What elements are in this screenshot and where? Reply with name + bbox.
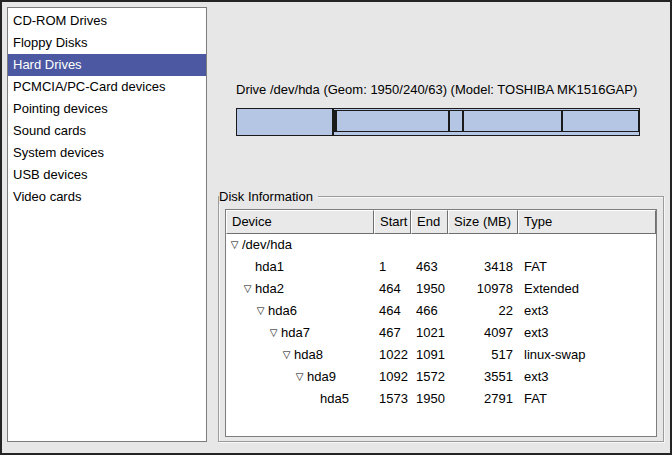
table-row[interactable]: ▽ hda2 464 1950 10978 Extended — [226, 278, 656, 300]
size-value: 22 — [448, 300, 518, 322]
end-value: 463 — [411, 256, 448, 278]
device-name: hda8 — [293, 344, 323, 366]
type-value: FAT — [518, 256, 656, 278]
start-value: 1092 — [374, 366, 411, 388]
end-value: 1021 — [411, 322, 448, 344]
size-value: 2791 — [448, 388, 518, 410]
sidebar-item-cdrom-drives[interactable]: CD-ROM Drives — [8, 10, 206, 32]
table-row[interactable]: ▽ hda6 464 466 22 ext3 — [226, 300, 656, 322]
column-header-start[interactable]: Start — [374, 210, 411, 234]
sidebar-item-video-cards[interactable]: Video cards — [8, 186, 206, 208]
table-row[interactable]: hda1 1 463 3418 FAT — [226, 256, 656, 278]
start-value: 1 — [374, 256, 411, 278]
start-value: 1022 — [374, 344, 411, 366]
type-value: ext3 — [518, 300, 656, 322]
tree-expander-icon[interactable]: ▽ — [267, 322, 280, 344]
start-value: 467 — [374, 322, 411, 344]
sidebar-item-floppy-disks[interactable]: Floppy Disks — [8, 32, 206, 54]
size-value — [448, 234, 518, 256]
tree-expander-icon[interactable]: ▽ — [280, 344, 293, 366]
disk-information-frame: Disk Information Device Start End Size (… — [218, 196, 664, 442]
partition-divider-hda8 — [462, 111, 464, 131]
device-name: hda1 — [254, 256, 284, 278]
column-header-size[interactable]: Size (MB) — [448, 210, 518, 234]
sidebar-item-sound-cards[interactable]: Sound cards — [8, 120, 206, 142]
partition-extended-hda2 — [334, 110, 639, 132]
tree-expander-icon[interactable]: ▽ — [241, 278, 254, 300]
column-header-end[interactable]: End — [411, 210, 448, 234]
end-value: 1572 — [411, 366, 448, 388]
type-value: ext3 — [518, 366, 656, 388]
table-header-row: Device Start End Size (MB) Type — [226, 210, 656, 234]
disk-information-title: Disk Information — [219, 189, 318, 204]
sidebar-item-usb-devices[interactable]: USB devices — [8, 164, 206, 186]
start-value: 464 — [374, 300, 411, 322]
tree-expander-icon[interactable]: ▽ — [228, 234, 241, 256]
type-value: FAT — [518, 388, 656, 410]
table-row[interactable]: ▽ hda8 1022 1091 517 linux-swap — [226, 344, 656, 366]
device-name: hda9 — [306, 366, 336, 388]
sidebar-item-hard-drives[interactable]: Hard Drives — [8, 54, 206, 76]
table-row[interactable]: ▽ hda7 467 1021 4097 ext3 — [226, 322, 656, 344]
end-value: 1950 — [411, 388, 448, 410]
device-name: hda7 — [280, 322, 310, 344]
drive-title: Drive /dev/hda (Geom: 1950/240/63) (Mode… — [236, 82, 656, 97]
partition-segment-hda1 — [237, 109, 334, 135]
disk-information-table: Device Start End Size (MB) Type ▽ /dev/h… — [225, 209, 657, 437]
device-name: /dev/hda — [241, 234, 292, 256]
type-value: Extended — [518, 278, 656, 300]
end-value: 1091 — [411, 344, 448, 366]
size-value: 3418 — [448, 256, 518, 278]
column-header-type[interactable]: Type — [518, 210, 656, 234]
partition-divider-hda7 — [448, 111, 450, 131]
partition-divider-hda9 — [561, 111, 563, 131]
hardware-browser-window: CD-ROM Drives Floppy Disks Hard Drives P… — [0, 0, 672, 455]
tree-expander-icon[interactable]: ▽ — [254, 300, 267, 322]
table-row[interactable]: ▽ hda9 1092 1572 3551 ext3 — [226, 366, 656, 388]
size-value: 4097 — [448, 322, 518, 344]
table-row[interactable]: ▽ /dev/hda — [226, 234, 656, 256]
device-name: hda6 — [267, 300, 297, 322]
device-name: hda2 — [254, 278, 284, 300]
type-value: linux-swap — [518, 344, 656, 366]
sidebar-item-system-devices[interactable]: System devices — [8, 142, 206, 164]
size-value: 3551 — [448, 366, 518, 388]
device-category-list: CD-ROM Drives Floppy Disks Hard Drives P… — [7, 7, 207, 442]
sidebar-item-pointing-devices[interactable]: Pointing devices — [8, 98, 206, 120]
device-name: hda5 — [319, 388, 349, 410]
tree-expander-icon[interactable]: ▽ — [293, 366, 306, 388]
table-row[interactable]: hda5 1573 1950 2791 FAT — [226, 388, 656, 410]
partition-divider-hda6 — [335, 111, 337, 131]
size-value: 10978 — [448, 278, 518, 300]
end-value: 1950 — [411, 278, 448, 300]
type-value: ext3 — [518, 322, 656, 344]
start-value: 1573 — [374, 388, 411, 410]
disk-partition-bar — [236, 108, 640, 136]
end-value — [411, 234, 448, 256]
column-header-device[interactable]: Device — [226, 210, 374, 234]
start-value: 464 — [374, 278, 411, 300]
type-value — [518, 234, 656, 256]
start-value — [374, 234, 411, 256]
size-value: 517 — [448, 344, 518, 366]
end-value: 466 — [411, 300, 448, 322]
sidebar-item-pcmcia-devices[interactable]: PCMCIA/PC-Card devices — [8, 76, 206, 98]
